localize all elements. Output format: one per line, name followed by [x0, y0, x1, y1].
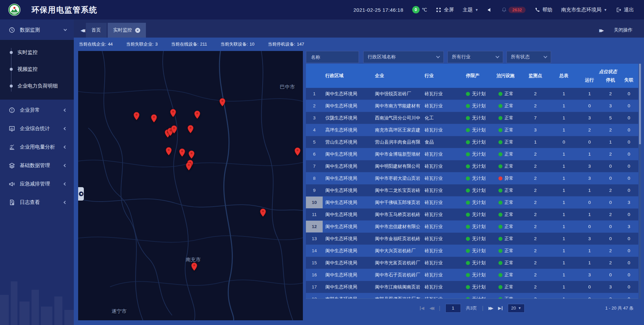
scrollbar-thumb[interactable] — [639, 64, 641, 144]
pagination-bar: ◀ ◀◀ | 共3页 | ▶▶ ▶ 20 ▼ 1 - 20 共 47 条 — [306, 299, 638, 317]
map-pin-icon[interactable] — [166, 147, 172, 156]
map-collapse-handle[interactable]: ◀ — [78, 187, 84, 201]
first-page-button[interactable]: ◀ — [420, 306, 424, 311]
table-row[interactable]: 1阆中生态环境局阆中强锐页岩砖厂砖瓦行业无计划正常21120 — [306, 88, 638, 100]
cell-production-limit-text: 无计划 — [472, 236, 486, 242]
map-pin-icon[interactable] — [133, 112, 140, 120]
logout-button[interactable]: 退出 — [616, 7, 634, 13]
cell-offline: 0 — [620, 209, 638, 220]
cell-region: 阆中生态环境局 — [323, 100, 373, 112]
industry-filter-dropdown[interactable]: 所有行业 — [447, 51, 503, 63]
tabs-scroll-right-button[interactable]: ▶▶ — [596, 23, 604, 38]
page-size-select[interactable]: 20 ▼ — [508, 304, 525, 313]
previous-page-button[interactable]: ◀◀ — [429, 306, 434, 311]
close-operations-button[interactable]: 关闭操作 — [614, 27, 633, 33]
cell-total-meters: 1 — [550, 233, 578, 245]
cell-region: 阆中生态环境局 — [323, 233, 373, 245]
theme-dropdown[interactable]: 主题 ▼ — [463, 7, 478, 13]
submenu-item-1[interactable]: 视频监控 — [0, 61, 74, 77]
status-filter-dropdown[interactable]: 所有状态 — [506, 51, 551, 63]
map-pin-icon[interactable] — [188, 150, 195, 159]
cell-running: 1 — [578, 88, 601, 100]
table-row[interactable]: 15阆中生态环境局阆中市光富页岩机砖厂砖瓦行业无计划正常21120 — [306, 257, 638, 269]
cell-running-text: 3 — [588, 176, 591, 181]
last-page-button[interactable]: ▶ — [498, 306, 503, 311]
name-filter-input[interactable] — [310, 54, 355, 60]
main-content: 当前在线企业:44当前失联企业:3当前在线设备:211当前失联设备:10当前停机… — [74, 38, 644, 325]
table-body: 1阆中生态环境局阆中强锐页岩砖厂砖瓦行业无计划正常211202阆中生态环境局阆中… — [306, 88, 638, 305]
map[interactable]: 巴中市南充市遂宁市 ◀ — [78, 51, 303, 320]
tab-item-1[interactable]: 实时监控× — [108, 23, 146, 38]
table-row[interactable]: 3仪陇生态环境局西南油气田分公司川中化工无计划正常71350 — [306, 112, 638, 124]
mute-button[interactable] — [487, 7, 493, 13]
map-pin-icon[interactable] — [170, 109, 176, 117]
sidebar-item-2[interactable]: 企业综合统计 — [0, 120, 74, 137]
row-number: 5 — [306, 136, 323, 148]
cell-industry: 砖瓦行业 — [423, 269, 465, 281]
bell-icon — [501, 7, 507, 12]
cell-pollution-facility-text: 正常 — [504, 212, 514, 218]
map-pin-icon[interactable] — [171, 125, 177, 134]
table-row[interactable]: 4高坪生态环境局南充市高坪区王家店建砖瓦行业无计划正常31220 — [306, 124, 638, 136]
cell-pollution-facility-text: 正常 — [504, 187, 514, 194]
map-pin-icon[interactable] — [179, 148, 185, 157]
stats-bar: 当前在线企业:44当前失联企业:3当前在线设备:211当前失联设备:10当前停机… — [74, 38, 644, 51]
cell-monitor-points-text: 2 — [534, 236, 537, 241]
table-row[interactable]: 12阆中生态环境局阆中市忠信建材有限公砖瓦行业无计划正常21003 — [306, 221, 638, 232]
table-row[interactable]: 7阆中生态环境局阆中明阳建材有限公司砖瓦行业无计划正常21300 — [306, 160, 638, 172]
table-row[interactable]: 5营山生态环境局营山县润丰肉食品有限食品无计划正常10010 — [306, 136, 638, 148]
cell-industry-text: 砖瓦行业 — [425, 224, 443, 230]
submenu-item-0[interactable]: 实时监控 — [0, 44, 74, 61]
cell-pollution-facility: 正常 — [490, 148, 521, 160]
map-pin-icon[interactable] — [294, 147, 301, 156]
tab-bar-right: ▶▶ 关闭操作 — [596, 23, 633, 38]
page-number-input[interactable] — [445, 304, 461, 313]
logout-label: 退出 — [624, 7, 634, 13]
table-row[interactable]: 6阆中生态环境局阆中市金博瑞新型墙材砖瓦行业无计划正常21120 — [306, 148, 638, 160]
cell-running-text: 1 — [588, 91, 591, 96]
next-page-button[interactable]: ▶▶ — [488, 306, 493, 311]
table-row[interactable]: 11阆中生态环境局阆中市五马桥页岩机砖砖瓦行业无计划正常21120 — [306, 209, 638, 220]
sidebar-item-3[interactable]: 企业用电量分析 — [0, 139, 74, 155]
tab-item-0[interactable]: 首页 — [86, 23, 107, 38]
cell-stopped: 2 — [601, 245, 620, 257]
sidebar-item-0[interactable]: 数据监测 — [0, 22, 74, 38]
map-pin-icon[interactable] — [194, 110, 201, 119]
map-pin-icon[interactable] — [151, 114, 157, 123]
sidebar-item-1[interactable]: 企业异常 — [0, 102, 74, 118]
table-row[interactable]: 8阆中生态环境局阆中市枣碧大梁山页岩砖瓦行业无计划异常21300 — [306, 172, 638, 184]
map-pin-icon[interactable] — [187, 125, 194, 133]
table-row[interactable]: 17阆中生态环境局阆中市江南镇阆南页岩砖瓦行业无计划正常21030 — [306, 281, 638, 293]
help-button[interactable]: 帮助 — [534, 7, 552, 13]
table-row[interactable]: 2阆中生态环境局阆中市南方节能建材有砖瓦行业无计划正常21030 — [306, 100, 638, 112]
sidebar-item-5[interactable]: 应急减排管理 — [0, 176, 74, 192]
map-pin-icon[interactable] — [260, 208, 266, 217]
table-row[interactable]: 13阆中生态环境局阆中市金福旺页岩机砖砖瓦行业无计划正常21300 — [306, 233, 638, 245]
table-row[interactable]: 16阆中生态环境局阆中市石子页岩机砖厂砖瓦行业无计划正常21300 — [306, 269, 638, 281]
notifications[interactable]: 2632 — [501, 7, 526, 13]
region-filter-dropdown[interactable]: 行政区域名称 — [363, 51, 444, 63]
submenu-item-2[interactable]: 企业电力负荷明细 — [0, 77, 74, 94]
sidebar-item-4[interactable]: 基础数据管理 — [0, 157, 74, 173]
row-number: 15 — [306, 257, 323, 269]
cell-pollution-facility: 正常 — [490, 221, 521, 232]
cell-industry-text: 砖瓦行业 — [425, 212, 443, 218]
map-pin-icon[interactable] — [219, 98, 226, 107]
tab-close-icon[interactable]: × — [135, 28, 140, 33]
table-scrollbar[interactable] — [639, 64, 641, 299]
name-filter-field[interactable] — [306, 51, 359, 63]
sidebar-item-6[interactable]: 日志查看 — [0, 194, 74, 210]
org-dropdown[interactable]: 南充市生态环境局 ▼ — [561, 7, 607, 13]
cell-production-limit-text: 无计划 — [472, 212, 486, 218]
map-pin-icon[interactable] — [186, 162, 192, 171]
table-row[interactable]: 9阆中生态环境局阆中市二龙长宝页岩砖砖瓦行业无计划正常21120 — [306, 184, 638, 196]
tabs-scroll-left-button[interactable]: ◀◀ — [77, 23, 86, 38]
table-row[interactable]: 10阆中生态环境局阆中千佛镇五郎垭页岩砖瓦行业无计划正常21003 — [306, 197, 638, 208]
table-row[interactable]: 14阆中生态环境局阆中大兴页岩机砖厂砖瓦行业无计划正常21120 — [306, 245, 638, 257]
stat-value: 147 — [297, 42, 304, 47]
fullscreen-button[interactable]: 全屏 — [436, 7, 454, 13]
cell-production-limit-text: 无计划 — [472, 139, 486, 145]
map-pin-icon[interactable] — [191, 262, 197, 271]
cell-total-meters: 1 — [550, 160, 578, 172]
cell-pollution-facility-text: 正常 — [504, 127, 514, 133]
